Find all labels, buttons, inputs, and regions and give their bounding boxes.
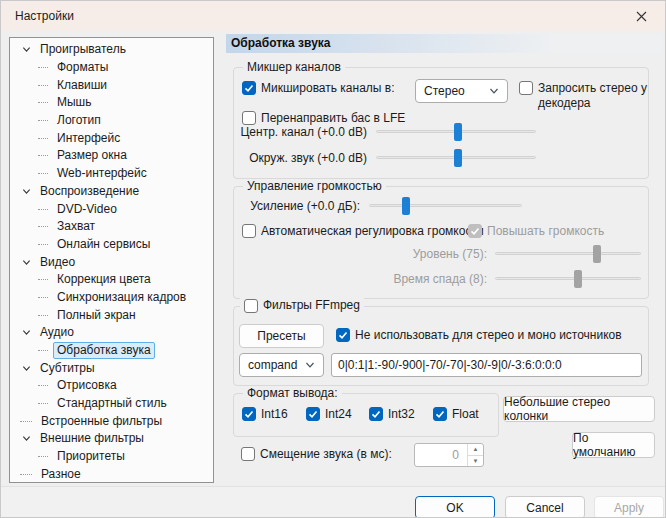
tree-connector xyxy=(38,138,48,139)
tree-item-interface[interactable]: Интерфейс xyxy=(10,129,213,147)
tree-connector xyxy=(20,421,32,422)
chevron-down-icon xyxy=(305,360,315,370)
group-volume-control: Управление громкостью Усиление (+0.0 дБ)… xyxy=(233,186,649,299)
tree-item-fullscreen[interactable]: Полный экран xyxy=(10,306,213,324)
int32-checkbox[interactable]: Int32 xyxy=(369,407,415,422)
chevron-down-icon[interactable] xyxy=(20,327,32,339)
decay-label: Время спада (8): xyxy=(364,270,487,288)
titlebar: Настройки xyxy=(1,1,666,31)
gain-slider[interactable] xyxy=(369,197,522,215)
tree-item-online-services[interactable]: Онлайн сервисы xyxy=(10,236,213,254)
slider-thumb[interactable] xyxy=(454,123,462,141)
chevron-down-icon[interactable] xyxy=(20,256,32,268)
chevron-down-icon[interactable] xyxy=(20,433,32,445)
center-channel-label: Центр. канал (+0.0 dB) xyxy=(234,123,367,141)
center-channel-slider[interactable] xyxy=(376,123,536,141)
selected-option: compand xyxy=(248,358,297,372)
tree-connector xyxy=(38,85,48,86)
tree-item-mouse[interactable]: Мышь xyxy=(10,94,213,112)
tree-item-frame-sync[interactable]: Синхронизация кадров xyxy=(10,289,213,307)
tree-item-audio[interactable]: Аудио xyxy=(10,324,213,342)
close-button[interactable] xyxy=(621,1,661,31)
slider-thumb xyxy=(593,245,601,263)
boost-volume-checkbox: Повышать громкость xyxy=(468,224,604,239)
tree-item-window-size[interactable]: Размер окна xyxy=(10,147,213,165)
tree-connector xyxy=(38,403,48,404)
tree-connector xyxy=(38,279,48,280)
tree-connector xyxy=(38,67,48,68)
filter-params-input[interactable] xyxy=(331,353,642,377)
group-output-format: Формат вывода: Int16 Int24 Int32 Float xyxy=(233,393,499,437)
checkmark-icon xyxy=(468,224,482,238)
checkmark-icon xyxy=(242,407,256,421)
int24-checkbox[interactable]: Int24 xyxy=(306,407,352,422)
tree-item-video[interactable]: Видео xyxy=(10,253,213,271)
page-title: Обработка звука xyxy=(226,34,662,53)
tree-connector xyxy=(38,456,48,457)
spin-down-icon[interactable]: ▼ xyxy=(468,456,483,467)
tree-item-formats[interactable]: Форматы xyxy=(10,59,213,77)
slider-thumb[interactable] xyxy=(454,149,462,167)
tree-connector xyxy=(38,209,48,210)
slider-thumb[interactable] xyxy=(402,197,410,215)
tree-item-default-style[interactable]: Стандартный стиль xyxy=(10,395,213,413)
tree-item-priorities[interactable]: Приоритеты xyxy=(10,448,213,466)
tree-item-logo[interactable]: Логотип xyxy=(10,112,213,130)
dialog-footer: OK Cancel Apply xyxy=(1,486,666,518)
tree-connector xyxy=(38,155,48,156)
request-stereo-checkbox[interactable]: Запросить стерео у декодера xyxy=(519,81,647,111)
float-checkbox[interactable]: Float xyxy=(433,407,479,422)
surround-slider[interactable] xyxy=(376,149,536,167)
group-label: Формат вывода: xyxy=(243,386,342,401)
slider-track[interactable] xyxy=(369,204,522,207)
ok-button[interactable]: OK xyxy=(415,496,495,518)
tree-item-keys[interactable]: Клавиши xyxy=(10,76,213,94)
window-title: Настройки xyxy=(15,9,74,23)
spin-up-icon[interactable]: ▲ xyxy=(468,444,483,456)
tree-item-misc[interactable]: Разное xyxy=(10,466,213,484)
group-ffmpeg-filters: Фильтры FFmpeg Пресеты Не использовать д… xyxy=(233,306,649,386)
ffmpeg-filters-checkbox[interactable]: Фильтры FFmpeg xyxy=(240,298,364,313)
chevron-down-icon xyxy=(489,86,499,96)
tree-item-internal-filters[interactable]: Встроенные фильтры xyxy=(10,412,213,430)
presets-button[interactable]: Пресеты xyxy=(239,324,324,348)
audio-offset-stepper[interactable]: 0 ▲ ▼ xyxy=(414,443,484,467)
tree-item-external-filters[interactable]: Внешние фильтры xyxy=(10,430,213,448)
group-channel-mixer: Микшер каналов Микшировать каналы в: Сте… xyxy=(233,67,649,179)
tree-item-dvd-video[interactable]: DVD-Video xyxy=(10,200,213,218)
mix-channels-checkbox[interactable]: Микшировать каналы в: xyxy=(242,81,395,96)
small-stereo-speakers-button[interactable]: Небольшие стерео колонки xyxy=(503,396,655,422)
tree-item-audio-processing[interactable]: Обработка звука xyxy=(10,342,213,360)
settings-tree: Проигрыватель Форматы Клавиши Мышь Логот… xyxy=(9,37,214,483)
audio-offset-checkbox[interactable]: Смещение звука (в мс): xyxy=(241,447,392,462)
int16-checkbox[interactable]: Int16 xyxy=(242,407,288,422)
mix-target-select[interactable]: Стерео xyxy=(415,79,508,103)
defaults-button[interactable]: По умолчанию xyxy=(572,432,655,458)
gain-label: Усиление (+0.0 дБ): xyxy=(234,197,360,215)
tree-item-rendering[interactable]: Отрисовка xyxy=(10,377,213,395)
tree-item-subtitles[interactable]: Субтитры xyxy=(10,359,213,377)
checkbox-icon xyxy=(242,224,256,238)
group-label: Управление громкостью xyxy=(243,179,386,194)
offset-value: 0 xyxy=(415,444,467,466)
chevron-down-icon[interactable] xyxy=(20,185,32,197)
checkmark-icon xyxy=(369,407,383,421)
level-slider xyxy=(495,245,641,263)
tree-item-capture[interactable]: Захват xyxy=(10,218,213,236)
cancel-button[interactable]: Cancel xyxy=(505,496,585,518)
skip-stereo-mono-checkbox[interactable]: Не использовать для стерео и моно источн… xyxy=(336,328,622,343)
tree-item-playback[interactable]: Воспроизведение xyxy=(10,183,213,201)
auto-volume-checkbox[interactable]: Автоматическая регулировка громкости xyxy=(242,224,484,239)
slider-track xyxy=(495,277,641,280)
checkmark-icon xyxy=(336,328,350,342)
tree-item-web-interface[interactable]: Web-интерфейс xyxy=(10,165,213,183)
chevron-down-icon[interactable] xyxy=(20,44,32,56)
tree-item-player[interactable]: Проигрыватель xyxy=(10,41,213,59)
tree-connector xyxy=(20,474,32,475)
filter-name-select[interactable]: compand xyxy=(239,353,324,377)
selected-option: Стерео xyxy=(424,84,465,98)
tree-item-color-correction[interactable]: Коррекция цвета xyxy=(10,271,213,289)
chevron-down-icon[interactable] xyxy=(20,362,32,374)
checkbox-icon xyxy=(244,299,258,313)
tree-connector xyxy=(38,226,48,227)
